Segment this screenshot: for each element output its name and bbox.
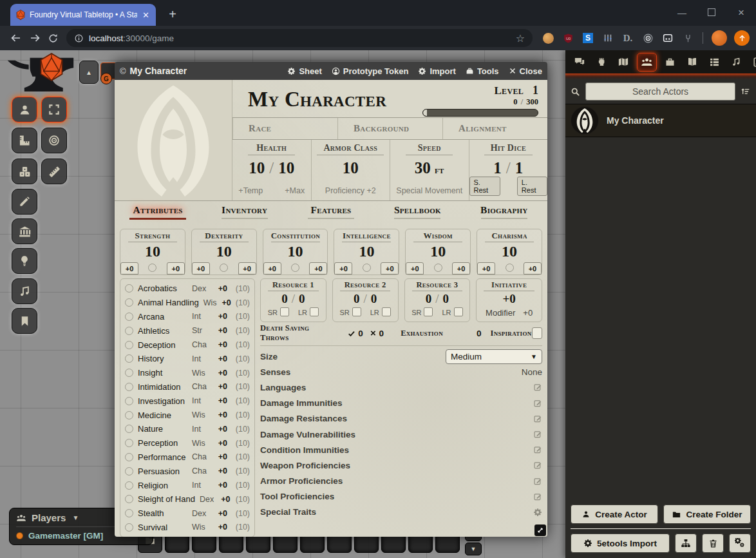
skill-name[interactable]: Acrobatics: [138, 284, 187, 293]
skill-row[interactable]: Nature Int +0 (10): [125, 422, 250, 436]
skill-row[interactable]: Performance Cha +0 (10): [125, 450, 250, 465]
edit-icon[interactable]: [533, 461, 542, 470]
sr-checkbox[interactable]: [424, 307, 433, 316]
detail-field[interactable]: Background: [337, 118, 442, 139]
inspiration-checkbox[interactable]: [532, 327, 542, 339]
edit-icon[interactable]: [533, 445, 542, 454]
detail-field[interactable]: Race: [232, 118, 337, 139]
edit-icon[interactable]: [533, 383, 542, 392]
skill-row[interactable]: Investigation Int +0 (10): [125, 394, 250, 408]
skill-proficiency-radio[interactable]: [125, 369, 133, 377]
edit-icon[interactable]: [533, 430, 542, 439]
skill-proficiency-radio[interactable]: [125, 397, 133, 405]
skill-row[interactable]: Deception Cha +0 (10): [125, 338, 250, 352]
window-header[interactable]: © My Character Sheet Prototype Token Imp…: [115, 62, 547, 80]
tool-token-select[interactable]: [12, 97, 37, 122]
info-icon[interactable]: [74, 34, 84, 43]
skill-name[interactable]: Medicine: [138, 410, 187, 420]
skill-row[interactable]: Persuasion Cha +0 (10): [125, 464, 250, 478]
config-gear-icon[interactable]: [533, 508, 542, 517]
save-proficiency-radio[interactable]: [148, 264, 156, 272]
browser-tab[interactable]: Foundry Virtual Tabletop • A Stan ✕: [10, 4, 156, 26]
import-button[interactable]: Import: [418, 66, 455, 76]
tab-combat[interactable]: [593, 54, 610, 70]
tool-drawings[interactable]: [12, 189, 37, 215]
skill-name[interactable]: Arcana: [138, 312, 187, 322]
skill-name[interactable]: Persuasion: [138, 467, 187, 476]
ability-score[interactable]: 10: [502, 243, 517, 260]
ability-mod[interactable]: +0: [120, 262, 138, 274]
tab-biography[interactable]: Biography: [461, 204, 547, 219]
extension-s-icon[interactable]: S: [581, 32, 594, 44]
tool-measure-ruler[interactable]: [12, 128, 37, 153]
skill-proficiency-radio[interactable]: [125, 453, 133, 461]
exhaustion-value[interactable]: 0: [477, 329, 482, 338]
ability-score[interactable]: 10: [430, 243, 446, 260]
skill-proficiency-radio[interactable]: [125, 439, 133, 447]
tool-notes[interactable]: [12, 308, 37, 334]
ability-save[interactable]: +0: [167, 262, 185, 274]
skill-row[interactable]: Medicine Wis +0 (10): [125, 408, 250, 422]
tab-tables[interactable]: [706, 54, 723, 70]
resource-max[interactable]: 0: [371, 292, 377, 305]
resource-label[interactable]: Resource 2: [340, 279, 391, 291]
resource-value[interactable]: 0: [281, 292, 288, 305]
tab-features[interactable]: Features: [288, 204, 374, 219]
skill-proficiency-radio[interactable]: [125, 425, 133, 433]
ability-block[interactable]: Intelligence 10 +0 +0: [334, 229, 399, 275]
lr-check box[interactable]: [382, 307, 391, 316]
skill-row[interactable]: Acrobatics Dex +0 (10): [125, 282, 250, 296]
resource-max[interactable]: 0: [299, 292, 305, 305]
ability-block[interactable]: Wisdom 10 +0 +0: [405, 229, 471, 275]
url-bar[interactable]: localhost:30000/game ☆: [66, 29, 533, 47]
skill-row[interactable]: History Int +0 (10): [125, 352, 250, 366]
profile-avatar[interactable]: [712, 30, 727, 46]
hp-temp-label[interactable]: +Temp: [238, 186, 263, 195]
delete-button[interactable]: [702, 534, 724, 553]
skill-proficiency-radio[interactable]: [125, 481, 133, 490]
tab-items[interactable]: [661, 54, 679, 70]
skill-proficiency-radio[interactable]: [125, 495, 133, 503]
extension-cookie-icon[interactable]: [542, 32, 554, 44]
death-failure-icon[interactable]: [370, 329, 377, 337]
skill-name[interactable]: Stealth: [138, 508, 187, 518]
close-window-button[interactable]: ×: [726, 6, 756, 19]
ability-mod[interactable]: +0: [192, 262, 210, 274]
tab-journal[interactable]: [683, 53, 701, 70]
nav-collapse-button[interactable]: ▲: [79, 61, 99, 84]
reload-button[interactable]: [44, 28, 62, 48]
tab-spellbook[interactable]: Spellbook: [374, 204, 460, 219]
hotbar-page-down[interactable]: ▼: [465, 543, 482, 555]
tab-close-icon[interactable]: ✕: [141, 10, 151, 20]
resource-block[interactable]: Resource 1 0/0 SR LR: [260, 278, 326, 322]
skill-row[interactable]: Intimidation Cha +0 (10): [125, 380, 250, 394]
actor-list-item[interactable]: My Character: [565, 104, 756, 137]
tool-sounds[interactable]: [12, 278, 37, 304]
skill-proficiency-radio[interactable]: [125, 354, 133, 363]
edit-icon[interactable]: [533, 414, 542, 423]
prototype-token-button[interactable]: Prototype Token: [332, 66, 409, 76]
bookmark-star-icon[interactable]: ☆: [516, 32, 525, 44]
window-resize-handle[interactable]: [534, 524, 546, 536]
create-actor-button[interactable]: Create Actor: [571, 505, 658, 524]
tool-lighting[interactable]: [12, 248, 37, 274]
sr-checkbox[interactable]: [280, 307, 289, 316]
resource-value[interactable]: 0: [426, 292, 432, 305]
death-success-icon[interactable]: [348, 329, 355, 338]
ability-name[interactable]: Wisdom: [413, 229, 462, 242]
ability-mod[interactable]: +0: [406, 262, 424, 274]
back-button[interactable]: [6, 28, 25, 48]
tab-scenes[interactable]: [614, 53, 632, 70]
skill-proficiency-radio[interactable]: [125, 467, 133, 476]
detail-field[interactable]: Alignment: [442, 118, 547, 139]
skill-proficiency-radio[interactable]: [125, 313, 133, 321]
skill-name[interactable]: Athletics: [138, 326, 187, 336]
settings-button[interactable]: [729, 534, 751, 553]
skill-row[interactable]: Animal Handling Wis +0 (10): [125, 296, 250, 310]
character-name[interactable]: My Character: [248, 84, 386, 115]
save-proficiency-radio[interactable]: [506, 264, 514, 272]
ability-score[interactable]: 10: [359, 243, 374, 260]
long-rest-button[interactable]: L. Rest: [517, 177, 547, 196]
tab-compendium[interactable]: [749, 54, 756, 70]
5etools-import-button[interactable]: 5etools Import: [571, 534, 670, 553]
